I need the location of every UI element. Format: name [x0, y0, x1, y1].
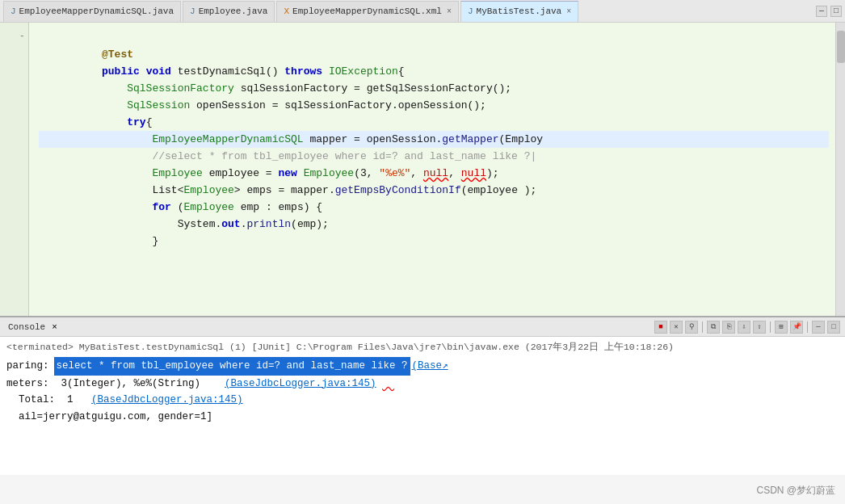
tab-employee-java[interactable]: J Employee.java: [183, 1, 275, 22]
vertical-scrollbar[interactable]: [835, 23, 845, 316]
tab-label-2: Employee.java: [199, 6, 268, 16]
red-wavy-mark: [382, 378, 394, 389]
ail-text: ail=jerry@atguigu.com, gender=1]: [19, 411, 212, 422]
tab-employeemapper-dynamic-sql[interactable]: J EmployeeMapperDynamicSQL.java: [3, 1, 181, 22]
paring-label: paring:: [6, 358, 49, 375]
remove-button[interactable]: ✕: [670, 321, 683, 334]
scrollbar-thumb-v[interactable]: [837, 31, 845, 63]
tab-label-4: MyBatisTest.java: [477, 6, 562, 16]
window-controls: — □: [816, 6, 845, 17]
base-link-3[interactable]: (BaseJdbcLogger.java:145): [91, 394, 243, 405]
code-line-6: EmployeeMapperDynamicSQL mapper = openSe…: [39, 114, 829, 131]
terminated-line: <terminated> MyBatisTest.testDynamicSql …: [6, 340, 839, 355]
total-value: 1: [67, 394, 74, 405]
xml-icon: X: [284, 6, 289, 16]
total-line: Total: 1 (BaseJdbcLogger.java:145): [6, 392, 839, 409]
meters-label: meters:: [6, 378, 49, 389]
base-link-2[interactable]: (BaseJdbcLogger.java:145): [225, 378, 376, 389]
java-icon: J: [11, 6, 16, 16]
divider3: [807, 321, 808, 333]
pin-button[interactable]: 📌: [790, 321, 803, 334]
maximize-button[interactable]: □: [830, 6, 842, 17]
tab-close-icon[interactable]: ×: [447, 7, 452, 16]
sql-text: select * from tbl_employee where id=? an…: [54, 357, 410, 376]
console-toolbar: ■ ✕ ⚲ ⧉ ⎘ ⇩ ⇪ ⊞ 📌 — □: [654, 321, 840, 334]
horizontal-scrollbar[interactable]: [0, 317, 845, 318]
code-content[interactable]: @Test public void testDynamicSql() throw…: [29, 23, 835, 316]
scroll-lock-button[interactable]: ⇩: [738, 321, 750, 334]
tab-label-3: EmployeeMapperDynamicSQL.xml: [292, 6, 442, 16]
editor-bottom-bar: [0, 316, 845, 317]
tab-close-mybatis[interactable]: ×: [566, 7, 571, 16]
search-console-button[interactable]: ⚲: [685, 321, 698, 334]
tab-employeemapper-xml[interactable]: X EmployeeMapperDynamicSQL.xml ×: [276, 1, 458, 22]
paring-line: paring: select * from tbl_employee where…: [6, 357, 839, 376]
code-line-2: public void testDynamicSql() throws IOEx…: [39, 46, 829, 63]
code-line-1: @Test: [39, 29, 829, 46]
maximize-console-button[interactable]: □: [827, 321, 840, 334]
tab-label: EmployeeMapperDynamicSQL.java: [19, 6, 174, 16]
watermark: CSDN @梦幻蔚蓝: [756, 484, 835, 498]
line-numbers: -: [0, 23, 29, 316]
console-tab-label[interactable]: Console: [8, 322, 45, 332]
java-icon-2: J: [190, 6, 195, 16]
ail-line: ail=jerry@atguigu.com, gender=1]: [6, 409, 839, 426]
java-icon-3: J: [468, 6, 473, 16]
tab-mybatistest[interactable]: J MyBatisTest.java ×: [460, 1, 578, 22]
console-header: Console × ■ ✕ ⚲ ⧉ ⎘ ⇩ ⇪ ⊞ 📌 — □: [0, 317, 845, 337]
new-console-button[interactable]: ⊞: [775, 321, 788, 334]
paste-button[interactable]: ⎘: [722, 321, 735, 334]
divider2: [770, 321, 771, 333]
scroll-end-button[interactable]: ⇪: [753, 321, 766, 334]
base-link-1[interactable]: (Base↗: [412, 358, 448, 375]
copy-button[interactable]: ⧉: [707, 321, 720, 334]
annotation-keyword: @Test: [102, 48, 133, 61]
console-tab-close[interactable]: ×: [52, 322, 57, 332]
minimize-console-button[interactable]: —: [812, 321, 825, 334]
stop-button[interactable]: ■: [654, 321, 667, 334]
meters-line: meters: 3(Integer), %e%(String) (BaseJdb…: [6, 376, 839, 393]
editor-area: - @Test public void testDynamicSql() thr…: [0, 23, 845, 317]
total-label: Total:: [19, 394, 55, 405]
console-body: <terminated> MyBatisTest.testDynamicSql …: [0, 337, 845, 475]
minimize-button[interactable]: —: [816, 6, 827, 17]
meters-value: 3(Integer), %e%(String): [61, 378, 201, 389]
divider: [702, 321, 703, 333]
console-area: Console × ■ ✕ ⚲ ⧉ ⎘ ⇩ ⇪ ⊞ 📌 — □ <termina…: [0, 317, 845, 475]
tab-bar: J EmployeeMapperDynamicSQL.java J Employ…: [0, 0, 845, 23]
